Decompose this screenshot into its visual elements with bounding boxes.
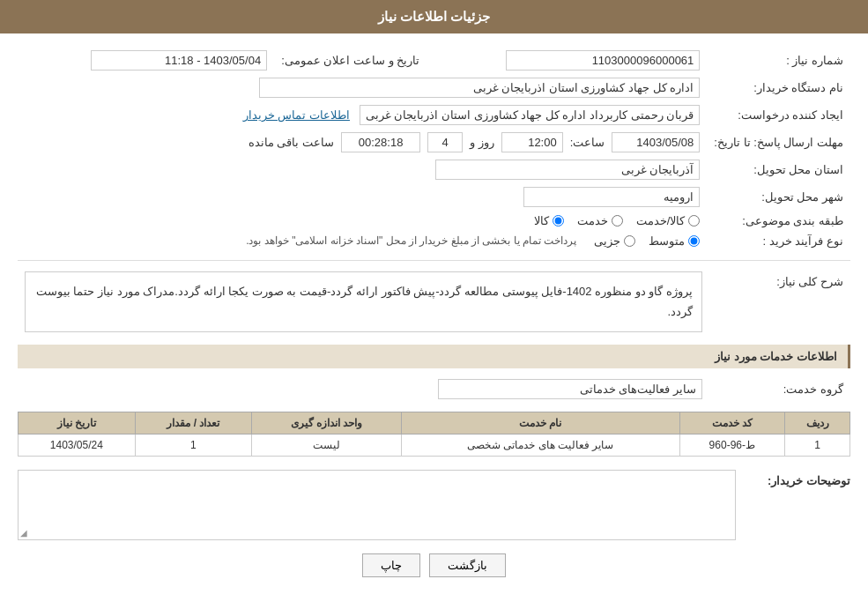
service-group-label: گروه خدمت: — [709, 375, 850, 403]
description-table: شرح کلی نیاز: پروژه گاو دو منظوره 1402-ف… — [18, 268, 850, 336]
public-announce-value: 1403/05/04 - 11:18 — [91, 50, 267, 71]
delivery-province-value: آذربایجان غربی — [435, 160, 700, 180]
public-announce-label: تاریخ و ساعت اعلان عمومی: — [274, 47, 427, 74]
creator-label: ایجاد کننده درخواست: — [707, 101, 850, 129]
col-row-num: ردیف — [785, 412, 850, 434]
cell-quantity: 1 — [135, 434, 252, 456]
need-number-value: 1103000096000061 — [506, 50, 700, 71]
buyer-description-box[interactable]: ◢ — [18, 470, 736, 540]
page-title: جزئیات اطلاعات نیاز — [378, 9, 490, 24]
cell-service-code: ط-96-960 — [679, 434, 784, 456]
delivery-city-value: ارومیه — [523, 187, 700, 207]
main-content: شماره نیاز : 1103000096000061 تاریخ و سا… — [0, 33, 868, 604]
description-label: شرح کلی نیاز: — [709, 268, 850, 336]
col-date: تاریخ نیاز — [19, 412, 136, 434]
page-header: جزئیات اطلاعات نیاز — [0, 0, 868, 33]
services-table: ردیف کد خدمت نام خدمت واحد اندازه گیری ت… — [18, 412, 850, 457]
creator-value: قربان رحمتی کاربرداد اداره کل جهاد کشاور… — [360, 105, 701, 125]
service-group-value: سایر فعالیت‌های خدماتی — [438, 379, 702, 399]
contact-link[interactable]: اطلاعات تماس خریدار — [243, 108, 350, 122]
category-label: طبقه بندی موضوعی: — [707, 211, 850, 231]
purchase-type-row: متوسط جزیی پرداخت تمام یا بخشی از مبلغ خ… — [25, 234, 700, 248]
cell-row-num: 1 — [785, 434, 850, 456]
buyer-description-label: توضیحات خریدار: — [745, 470, 850, 487]
purchase-type-radio-group: متوسط جزیی — [594, 234, 700, 248]
response-days: 4 — [427, 132, 463, 152]
delivery-city-label: شهر محل تحویل: — [707, 183, 850, 211]
service-group-table: گروه خدمت: سایر فعالیت‌های خدماتی — [18, 375, 850, 403]
col-service-name: نام خدمت — [402, 412, 680, 434]
response-date: 1403/05/08 — [612, 132, 700, 152]
cell-date: 1403/05/24 — [19, 434, 136, 456]
response-time: 12:00 — [501, 132, 563, 152]
buttons-row: بازگشت چاپ — [18, 553, 850, 577]
divider-1 — [18, 260, 850, 261]
category-option-kala[interactable]: کالا — [534, 214, 564, 227]
info-table-top: شماره نیاز : 1103000096000061 تاریخ و سا… — [18, 47, 850, 251]
category-radio-group: کالا/خدمت خدمت کالا — [25, 214, 700, 227]
category-option-khedmat[interactable]: خدمت — [577, 214, 623, 227]
buyer-org-label: نام دستگاه خریدار: — [707, 74, 850, 101]
resize-icon: ◢ — [20, 528, 27, 538]
response-remaining: 00:28:18 — [341, 132, 420, 152]
purchase-type-note: پرداخت تمام یا بخشی از مبلغ خریدار از مح… — [246, 234, 576, 247]
cell-service-name: سایر فعالیت های خدماتی شخصی — [402, 434, 680, 456]
col-service-code: کد خدمت — [679, 412, 784, 434]
services-section-header: اطلاعات خدمات مورد نیاز — [18, 345, 850, 368]
page-container: جزئیات اطلاعات نیاز شماره نیاز : 1103000… — [0, 0, 868, 609]
delivery-province-label: استان محل تحویل: — [707, 156, 850, 183]
print-button[interactable]: چاپ — [362, 553, 420, 577]
response-remaining-label: ساعت باقی مانده — [249, 136, 334, 149]
services-table-body: 1 ط-96-960 سایر فعالیت های خدماتی شخصی ل… — [19, 434, 850, 456]
buyer-org-value: اداره کل جهاد کشاورزی استان اذربایجان غر… — [259, 78, 700, 98]
response-deadline-label: مهلت ارسال پاسخ: تا تاریخ: — [707, 129, 850, 156]
buyer-description-row: توضیحات خریدار: ◢ — [18, 470, 850, 540]
response-days-label: روز و — [470, 136, 494, 149]
col-unit: واحد اندازه گیری — [252, 412, 402, 434]
need-number-label: شماره نیاز : — [707, 47, 850, 74]
category-option-kala-khedmat[interactable]: کالا/خدمت — [636, 214, 701, 227]
purchase-type-motavasset[interactable]: متوسط — [649, 234, 700, 248]
back-button[interactable]: بازگشت — [429, 553, 506, 577]
purchase-type-jozi[interactable]: جزیی — [594, 234, 635, 248]
table-row: 1 ط-96-960 سایر فعالیت های خدماتی شخصی ل… — [19, 434, 850, 456]
col-quantity: تعداد / مقدار — [135, 412, 252, 434]
purchase-type-label: نوع فرآیند خرید : — [707, 231, 850, 251]
response-time-label: ساعت: — [570, 136, 605, 149]
services-table-header: ردیف کد خدمت نام خدمت واحد اندازه گیری ت… — [19, 412, 850, 434]
cell-unit: لیست — [252, 434, 402, 456]
description-text: پروژه گاو دو منظوره 1402-فایل پیوستی مطا… — [25, 271, 702, 332]
